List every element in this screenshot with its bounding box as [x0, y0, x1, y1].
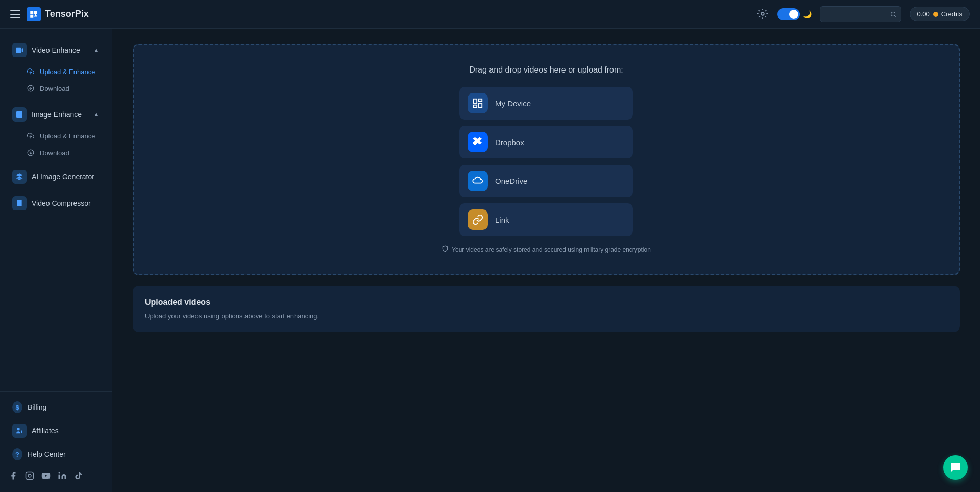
facebook-icon[interactable]	[8, 471, 18, 481]
sidebar-item-affiliates[interactable]: Affiliates	[4, 418, 108, 443]
upload-title: Drag and drop videos here or upload from…	[154, 65, 938, 75]
credits-label: Credits	[941, 10, 962, 18]
sidebar-sub-image-download[interactable]: Download	[4, 145, 108, 161]
credits-button[interactable]: 0.00 Credits	[910, 7, 970, 21]
sidebar-item-video-enhance[interactable]: Video Enhance ▲	[4, 38, 108, 62]
video-compressor-icon	[12, 196, 27, 210]
sidebar-item-image-enhance[interactable]: Image Enhance ▲	[4, 102, 108, 127]
toggle-switch[interactable]	[777, 8, 800, 20]
upload-cloud-icon	[27, 67, 35, 76]
upload-option-device[interactable]: My Device	[459, 87, 633, 120]
image-upload-label: Upload & Enhance	[40, 132, 95, 140]
shield-icon	[442, 245, 449, 254]
dropbox-option-label: Dropbox	[495, 138, 524, 147]
sidebar-item-billing[interactable]: $ Billing	[4, 397, 108, 417]
logo-icon	[27, 7, 41, 21]
sidebar-item-video-compressor[interactable]: Video Compressor	[4, 191, 108, 216]
affiliates-label: Affiliates	[32, 427, 59, 435]
sidebar: Video Enhance ▲ Upload & Enhance	[0, 29, 112, 492]
affiliates-icon	[12, 424, 27, 438]
device-option-label: My Device	[495, 99, 531, 108]
video-download-label: Download	[40, 85, 69, 92]
svg-point-1	[891, 12, 895, 16]
upload-area: Drag and drop videos here or upload from…	[133, 44, 960, 275]
uploaded-videos-subtitle: Upload your videos using options above t…	[145, 312, 947, 320]
header-right: 🌙 0.00 Credits	[757, 6, 970, 22]
upload-options: My Device Dropbox	[459, 87, 633, 236]
upload-cloud-icon-image	[27, 132, 35, 140]
video-enhance-icon	[12, 43, 27, 57]
svg-rect-20	[479, 103, 482, 107]
tiktok-icon[interactable]	[74, 471, 84, 481]
svg-point-13	[17, 428, 19, 430]
download-icon-image	[27, 149, 35, 157]
moon-icon: 🌙	[803, 10, 812, 18]
upload-option-onedrive[interactable]: OneDrive	[459, 165, 633, 197]
chat-button[interactable]	[943, 455, 968, 480]
sidebar-bottom: $ Billing Affiliates ? Help Center	[0, 391, 112, 486]
billing-label: Billing	[28, 403, 46, 411]
onedrive-option-label: OneDrive	[495, 177, 527, 185]
ai-image-label: AI Image Generator	[32, 173, 94, 181]
uploaded-videos-title: Uploaded videos	[145, 298, 947, 307]
video-enhance-label: Video Enhance	[32, 46, 80, 54]
video-enhance-section: Video Enhance ▲ Upload & Enhance	[0, 35, 112, 99]
svg-rect-18	[474, 99, 477, 103]
image-enhance-section: Image Enhance ▲ Upload & Enhance	[0, 99, 112, 163]
svg-rect-14	[26, 472, 34, 480]
video-enhance-chevron: ▲	[93, 46, 100, 54]
logo-text: TensorPix	[45, 9, 89, 19]
link-option-icon	[468, 209, 488, 230]
header: TensorPix 🌙 0.00 Credits	[0, 0, 980, 29]
device-option-icon	[468, 93, 488, 113]
link-option-label: Link	[495, 216, 509, 224]
security-note: Your videos are safely stored and secure…	[154, 245, 938, 254]
svg-rect-2	[16, 48, 21, 53]
billing-icon: $	[12, 402, 22, 412]
settings-icon[interactable]	[757, 8, 769, 20]
credits-dot	[933, 12, 938, 17]
upload-option-dropbox[interactable]: Dropbox	[459, 126, 633, 158]
linkedin-icon[interactable]	[57, 471, 67, 481]
svg-marker-3	[22, 48, 23, 52]
sidebar-sub-video-upload[interactable]: Upload & Enhance	[4, 63, 108, 80]
svg-point-0	[761, 12, 764, 15]
sidebar-item-help[interactable]: ? Help Center	[4, 444, 108, 464]
download-icon-video	[27, 84, 35, 92]
image-enhance-label: Image Enhance	[32, 110, 82, 119]
social-icons	[0, 465, 112, 486]
instagram-icon[interactable]	[24, 471, 35, 481]
logo: TensorPix	[27, 7, 89, 21]
dropbox-option-icon	[468, 132, 488, 152]
header-left: TensorPix	[10, 7, 89, 21]
svg-point-7	[18, 113, 19, 114]
image-download-label: Download	[40, 149, 69, 157]
sidebar-sub-image-upload[interactable]: Upload & Enhance	[4, 128, 108, 144]
main-content: Drag and drop videos here or upload from…	[112, 29, 980, 492]
hamburger-menu[interactable]	[10, 10, 20, 18]
ai-image-icon	[12, 170, 27, 184]
svg-point-17	[59, 472, 60, 474]
sidebar-sub-video-download[interactable]: Download	[4, 80, 108, 97]
body: Video Enhance ▲ Upload & Enhance	[0, 29, 980, 492]
search-input[interactable]	[824, 10, 888, 18]
theme-toggle[interactable]: 🌙	[777, 8, 812, 20]
sidebar-item-ai-image[interactable]: AI Image Generator	[4, 165, 108, 189]
upload-option-link[interactable]: Link	[459, 203, 633, 236]
svg-rect-19	[479, 99, 482, 102]
help-icon: ?	[12, 449, 22, 459]
onedrive-option-icon	[468, 171, 488, 191]
image-enhance-icon	[12, 107, 27, 122]
help-label: Help Center	[28, 450, 66, 458]
search-bar[interactable]	[820, 6, 901, 22]
image-enhance-chevron: ▲	[93, 111, 100, 118]
credits-amount: 0.00	[917, 10, 930, 18]
youtube-icon[interactable]	[41, 471, 51, 481]
video-upload-label: Upload & Enhance	[40, 68, 95, 76]
uploaded-videos-section: Uploaded videos Upload your videos using…	[133, 286, 960, 332]
security-text: Your videos are safely stored and secure…	[452, 246, 651, 253]
svg-rect-21	[474, 105, 477, 108]
video-compressor-label: Video Compressor	[32, 199, 91, 207]
